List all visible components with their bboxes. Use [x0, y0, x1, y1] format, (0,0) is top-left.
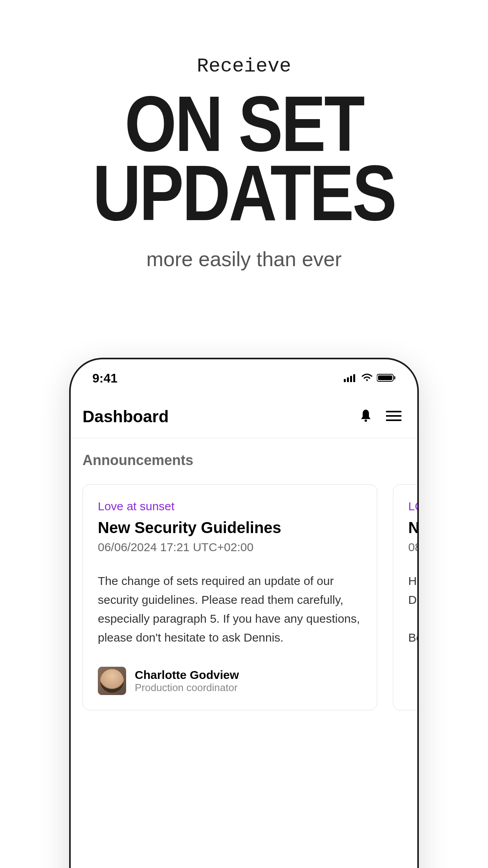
announcement-date: 08 [408, 541, 419, 554]
svg-rect-9 [386, 415, 402, 417]
avatar [98, 667, 126, 695]
svg-rect-0 [344, 379, 346, 382]
header-icons [360, 409, 402, 425]
announcement-card[interactable]: LO N 08 Hi Do Be [393, 484, 419, 710]
announcement-body: The change of sets required an update of… [98, 572, 362, 647]
svg-rect-10 [386, 419, 402, 421]
battery-icon [377, 373, 396, 384]
status-icons [344, 373, 396, 384]
svg-rect-5 [378, 375, 392, 380]
announcements-section-title: Announcements [71, 438, 417, 476]
menu-icon[interactable] [386, 410, 402, 423]
svg-rect-6 [394, 376, 395, 379]
hero-title-line1: ON SET [37, 89, 451, 158]
announcement-title: N [408, 519, 419, 537]
author-info: Charlotte Godview Production coordinator [135, 668, 239, 694]
status-bar: 9:41 [71, 359, 417, 394]
author-name: Charlotte Godview [135, 668, 239, 682]
svg-point-7 [365, 419, 367, 422]
signal-icon [344, 373, 357, 384]
announcement-project: LO [408, 500, 419, 513]
status-time: 9:41 [92, 371, 117, 386]
announcement-project: Love at sunset [98, 500, 362, 513]
svg-rect-1 [347, 377, 349, 382]
announcement-title: New Security Guidelines [98, 519, 362, 537]
hero-title: ON SET UPDATES [37, 89, 451, 228]
svg-rect-2 [350, 376, 352, 382]
phone-frame: 9:41 [69, 358, 419, 868]
announcement-card[interactable]: Love at sunset New Security Guidelines 0… [83, 484, 377, 710]
bell-icon[interactable] [360, 409, 372, 425]
hero-section: Receieve ON SET UPDATES more easily than… [0, 0, 488, 271]
svg-rect-3 [353, 374, 355, 382]
hero-title-line2: UPDATES [37, 158, 451, 228]
app-header: Dashboard [71, 394, 417, 438]
svg-rect-8 [386, 411, 402, 412]
wifi-icon [361, 373, 373, 384]
announcement-author: Charlotte Godview Production coordinator [98, 667, 362, 695]
author-role: Production coordinator [135, 682, 239, 694]
page-title: Dashboard [83, 407, 169, 426]
hero-pretitle: Receieve [0, 55, 488, 77]
announcement-body: Hi Do Be [408, 572, 419, 647]
announcement-date: 06/06/2024 17:21 UTC+02:00 [98, 541, 362, 554]
hero-subtitle: more easily than ever [0, 247, 488, 271]
announcements-list[interactable]: Love at sunset New Security Guidelines 0… [71, 476, 417, 718]
